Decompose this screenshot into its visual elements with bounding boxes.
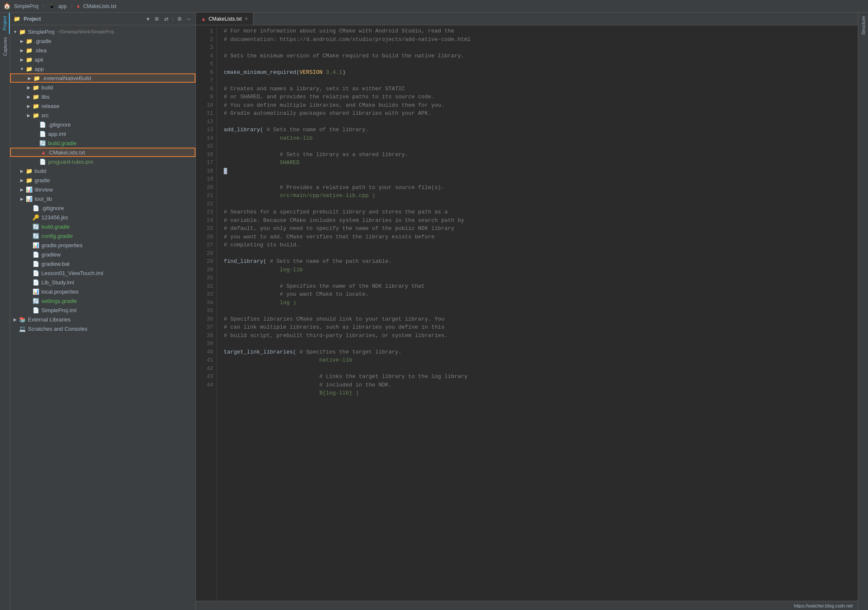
code-line-28 (224, 249, 851, 258)
tree-item-externalnativebuild[interactable]: ▶ 📁 .externalNativeBuild (10, 73, 195, 83)
src-arrow: ▶ (25, 112, 32, 119)
tree-item-apk[interactable]: ▶ 📁 apk (10, 55, 195, 64)
gradle-root-label: gradle (35, 177, 50, 184)
idea-label: .idea (35, 47, 46, 54)
sync-icon[interactable]: ⚙ (154, 16, 160, 22)
tree-item-appiml[interactable]: 📄 app.iml (10, 129, 195, 138)
external-libs-label: External Libraries (28, 316, 71, 323)
code-line-44: # included in the NDK. (224, 381, 851, 389)
code-line-21: src/main/cpp/native-lib.cpp ) (224, 192, 851, 200)
sidebar-tab-captures[interactable]: Captures (1, 34, 9, 59)
libs-arrow: ▶ (25, 93, 32, 100)
scratches-arrow (12, 325, 19, 332)
src-label: src (41, 112, 49, 119)
tab-close-btn[interactable]: ✕ (244, 16, 248, 21)
tree-item-libs[interactable]: ▶ 📁 libs (10, 92, 195, 101)
code-line-17: SHARED (224, 159, 851, 167)
code-line-36: # Specifies libraries CMake should link … (224, 315, 851, 324)
tree-item-gradlewbat[interactable]: 📄 gradlew.bat (10, 259, 195, 268)
topbar-cmake-icon: ▲ (77, 3, 80, 9)
tree-item-gradlew[interactable]: 📄 gradlew (10, 250, 195, 259)
root-folder-icon: 📁 (19, 28, 26, 35)
gradleprops-label: gradle.properties (41, 242, 83, 248)
tree-item-external-libs[interactable]: ▶ 📚 External Libraries (10, 315, 195, 324)
gear-icon[interactable]: ⚙ (176, 16, 183, 22)
tree-item-build-app[interactable]: ▶ 📁 build (10, 83, 195, 92)
project-panel: 📁 Project ▼ ⚙ ⇄ | ⚙ ↔ ▼ 📁 SimpleProj ~/D… (10, 13, 196, 610)
cmakelists-icon: ▲ (40, 149, 47, 156)
tree-item-libstudy[interactable]: 📄 Lib_Study.iml (10, 278, 195, 287)
tree-item-buildgradle-root[interactable]: 🔄 build.gradle (10, 222, 195, 231)
idea-folder-icon: 📁 (25, 47, 33, 54)
editor-tab-cmakelists[interactable]: ▲ CMakeLists.txt ✕ (196, 13, 253, 25)
simpleiml-label: SimpleProj.iml (41, 307, 76, 313)
code-line-16: # Sets the library as a shared library. (224, 151, 851, 159)
code-line-42 (224, 364, 851, 373)
appiml-icon: 📄 (39, 130, 46, 137)
tree-item-tool-lib[interactable]: ▶ 📊 tool_lib (10, 194, 195, 203)
tree-item-buildgradle-app[interactable]: 🔄 build.gradle (10, 138, 195, 148)
code-line-19 (224, 175, 851, 184)
release-arrow: ▶ (25, 103, 32, 109)
tree-item-librview[interactable]: ▶ 📊 librview (10, 185, 195, 194)
sidebar-tab-structure[interactable]: Structure (859, 13, 868, 38)
tab-cmake-icon: ▲ (201, 16, 206, 22)
tree-item-configgradle[interactable]: 🔄 config.gradle (10, 231, 195, 240)
settings-icon[interactable]: ⇄ (163, 16, 170, 22)
tree-item-release[interactable]: ▶ 📁 release (10, 101, 195, 111)
external-libs-icon: 📚 (19, 316, 26, 323)
code-line-27: # completing its build. (224, 241, 851, 249)
apk-folder-icon: 📁 (25, 56, 33, 63)
code-line-3 (224, 43, 851, 52)
tree-item-gradleprops[interactable]: 📊 gradle.properties (10, 240, 195, 250)
tree-item-gradle-root[interactable]: ▶ 📁 gradle (10, 175, 195, 185)
gradle-label: .gradle (35, 38, 52, 44)
proguard-label: proguard-rules.pro (48, 159, 93, 165)
code-line-13: add_library( # Sets the name of the libr… (224, 126, 851, 134)
topbar-file-label[interactable]: CMakeLists.txt (83, 3, 117, 9)
code-line-20: # Provides a relative path to your sourc… (224, 184, 851, 192)
tree-item-gitignore-app[interactable]: 📄 .gitignore (10, 120, 195, 129)
tree-item-cmakelists[interactable]: ▲ CMakeLists.txt (10, 148, 195, 157)
tool-lib-label: tool_lib (35, 196, 52, 202)
tree-item-app[interactable]: ▼ 📁 app (10, 64, 195, 73)
lesson01-label: Lesson01_ViewTouch.iml (41, 270, 103, 276)
tree-item-gradle[interactable]: ▶ 📁 .gradle (10, 36, 195, 46)
tab-bar: ▲ CMakeLists.txt ✕ (196, 13, 858, 25)
tree-item-proguard[interactable]: 📄 proguard-rules.pro (10, 157, 195, 166)
tree-item-build-root[interactable]: ▶ 📁 build (10, 166, 195, 175)
tree-item-localprops[interactable]: 📊 local.properties (10, 287, 195, 296)
settingsgradle-label: settings.gradle (41, 298, 77, 304)
code-line-9: # or SHARED, and provides the relative p… (224, 93, 851, 101)
code-line-45: ${log-lib} ) (224, 389, 851, 397)
panel-dropdown-arrow[interactable]: ▼ (146, 16, 150, 22)
librview-label: librview (35, 186, 53, 193)
gradle-root-icon: 📁 (25, 177, 33, 184)
right-sidebar-tabs: Structure (858, 13, 868, 610)
project-name[interactable]: SimpleProj (14, 3, 38, 9)
code-area[interactable]: # For more information about using CMake… (217, 25, 858, 601)
jks-icon: 🔑 (32, 214, 40, 221)
tree-item-src[interactable]: ▶ 📁 src (10, 111, 195, 120)
tree-item-settingsgradle[interactable]: 🔄 settings.gradle (10, 296, 195, 305)
tree-item-scratches[interactable]: 💻 Scratches and Consoles (10, 324, 195, 333)
code-line-40: target_link_libraries( # Specifies the t… (224, 348, 851, 356)
expand-icon[interactable]: ↔ (185, 16, 192, 22)
app-folder-icon: 📁 (25, 65, 33, 72)
sidebar-tab-project[interactable]: Project (0, 13, 10, 34)
tree-item-simpleiml[interactable]: 📄 SimpleProj.iml (10, 305, 195, 315)
tree-item-lesson01[interactable]: 📄 Lesson01_ViewTouch.iml (10, 268, 195, 278)
jks-label: 123456.jks (41, 214, 68, 221)
tree-item-gitignore-root[interactable]: 📄 .gitignore (10, 203, 195, 213)
panel-header-icons: ⚙ ⇄ | ⚙ ↔ (154, 16, 192, 22)
tree-root[interactable]: ▼ 📁 SimpleProj ~/Desktop/Work/SimpleProj (10, 27, 195, 36)
tree-item-idea[interactable]: ▶ 📁 .idea (10, 46, 195, 55)
appiml-label: app.iml (48, 131, 66, 137)
buildgradle-root-label: build.gradle (41, 224, 70, 230)
tree-item-jks[interactable]: 🔑 123456.jks (10, 213, 195, 222)
topbar-app-label[interactable]: app (58, 3, 67, 9)
lesson01-icon: 📄 (32, 270, 40, 276)
code-line-23: # Searches for a specified prebuilt libr… (224, 208, 851, 216)
line-numbers: 1 2 3 4 5 6 7 8 9 10 11 12 13 14 15 16 1… (196, 25, 217, 601)
editor-panel: ▲ CMakeLists.txt ✕ 1 2 3 4 5 6 7 8 9 10 … (196, 13, 858, 610)
